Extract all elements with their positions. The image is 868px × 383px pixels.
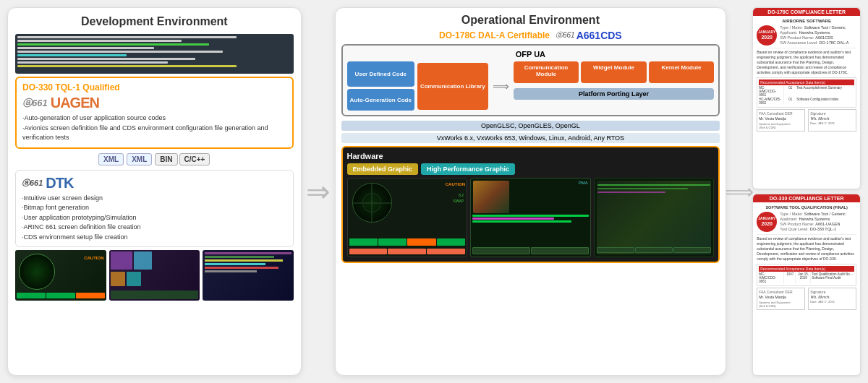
dtk-screen-radar: CAUTION [15, 250, 106, 301]
bin-badge: BIN [155, 153, 177, 165]
dev-env-panel: Development Environment DO-330 TQL-1 Qua… [7, 7, 302, 376]
auto-gen-module: Auto-Generation Code [347, 89, 414, 111]
do178c-label: DO-178C DAL-A Certifiable [439, 30, 550, 40]
dtk-description: ·Intuitive user screen design ·Bitmap fo… [22, 194, 287, 243]
doc2-product-label: SW Product Name: [780, 222, 814, 226]
doc1-body-text: Based on review of compliance evidence a… [757, 48, 856, 75]
dtk-screen-grid [203, 250, 294, 301]
dtk-screen-colorful [109, 250, 200, 301]
doc2-signature-row: FAA Consultant DER Mr. Vesta Mardja Syst… [757, 288, 856, 310]
platform-layer: Platform Porting Layer [514, 88, 715, 100]
doc2-tql-value: DO-330 TQL-1 [810, 227, 836, 231]
doc1-signature-row: FAA Consultant DER Mr. Vesta Mardja Syst… [757, 109, 856, 132]
do330-title: DO-330 TQL-1 Qualified [22, 82, 286, 92]
dev-env-title: Development Environment [15, 15, 294, 28]
doc2-body-text: Based on review of compliance evidence a… [757, 234, 856, 262]
format-badges: XML XML BIN C/C++ [15, 153, 294, 165]
dtk-logo: ⓐ661 DTK [22, 175, 287, 192]
widget-module: Widget Module [581, 61, 647, 83]
high-performance-tab: High Performance Graphic [421, 163, 515, 175]
hw-screen-avionics: CAUTION 6.2 SWAP [347, 178, 468, 257]
dtk-screenshots: CAUTION [15, 250, 294, 301]
do178c-doc-subheader: AIRBORNE SOFTWARE [757, 19, 856, 23]
hw-screen-map [594, 178, 715, 257]
cds-label: A661CDS [576, 30, 622, 41]
do330-doc-subheader: SOFTWARE TOOL QUALIFICATION (FINAL) [757, 205, 856, 210]
doc1-type-label: Type / Make: [780, 25, 803, 30]
doc2-table: Recommended Acceptance Data Item(s) MC-A… [757, 264, 856, 286]
ofp-modules-row: User Defined Code Auto-Generation Code C… [347, 61, 715, 111]
ops-env-title: Operational Environment [341, 14, 720, 27]
doc1-type-value: Software Tool / Generic [804, 25, 846, 30]
xml-badge-1: XML [98, 153, 124, 165]
user-defined-module: User Defined Code [347, 61, 414, 87]
graphic-tabs: Embedded Graphic High Performance Graphi… [347, 163, 715, 175]
do330-box: DO-330 TQL-1 Qualified ⓐ661 UAGEN ·Auto-… [15, 77, 294, 149]
uagen-screenshot [15, 34, 294, 74]
doc1-applicant-value: Hanwha Systems [799, 30, 830, 35]
uagen-description: ·Auto-generation of user application sou… [22, 113, 286, 143]
a661-prefix: ⓐ661 [556, 30, 575, 40]
right-arrow-container: ⟹ [732, 7, 746, 376]
do330-year-badge: JANUARY 2020 [757, 212, 777, 232]
uagen-name: UAGEN [51, 95, 99, 111]
doc1-dal-value: DO-178C DAL-A [820, 40, 849, 45]
do178c-doc-header: DO-178C COMPLIANCE LETTER [753, 8, 860, 16]
do330-doc-header: DO-330 COMPLIANCE LETTER [753, 194, 860, 202]
do178c-year-badge: JANUARY 2020 [757, 25, 777, 46]
docs-panel: DO-178C COMPLIANCE LETTER AIRBORNE SOFTW… [752, 7, 861, 376]
ofp-title: OFP UA [347, 50, 715, 59]
doc2-sig-label: Signature [810, 290, 854, 294]
cpp-badge: C/C++ [179, 153, 210, 165]
doc1-product-label: SW Product Name: [780, 35, 814, 40]
doc2-type-value: Software Tool / Generic [804, 212, 846, 216]
arrow-container: ⇒ [307, 7, 329, 376]
doc1-table: Recommended Acceptance Data Item(s) MC-A… [757, 77, 856, 108]
dtk-prefix: ⓐ661 [22, 178, 43, 189]
doc2-applicant-label: Applicant: [780, 217, 797, 221]
vxworks-layer: VxWorks 6.x, VxWorks 653, Windows, Linux… [341, 133, 720, 143]
dtk-name: DTK [46, 175, 73, 192]
xml-badge-2: XML [127, 153, 152, 165]
doc1-applicant-label: Applicant: [780, 30, 797, 35]
doc2-product-value: A661-UAGEN [815, 222, 840, 226]
main-container: Development Environment DO-330 TQL-1 Qua… [0, 0, 868, 383]
uagen-logo: ⓐ661 UAGEN [22, 95, 286, 111]
right-arrow-icon: ⟹ [725, 180, 754, 204]
big-arrow-icon: ⇒ [306, 175, 331, 208]
doc1-product-value: A661CDS [815, 35, 833, 40]
doc2-type-label: Type / Make: [780, 212, 803, 216]
comm-module: Communication Module [514, 61, 579, 83]
hardware-screens: CAUTION 6.2 SWAP [347, 178, 715, 257]
ofp-box: OFP UA User Defined Code Auto-Generation… [341, 44, 720, 116]
hardware-title: Hardware [347, 152, 715, 160]
embedded-graphic-tab: Embedded Graphic [347, 163, 419, 175]
comm-library-module: Communication Library [417, 63, 488, 110]
hw-screen-terrain: PMA [470, 178, 591, 257]
doc2-faa-label: FAA Consultant DER [759, 290, 803, 294]
dtk-box: ⓐ661 DTK ·Intuitive user screen design ·… [15, 170, 294, 248]
kernel-module: Kernel Module [649, 61, 715, 83]
do178c-doc: DO-178C COMPLIANCE LETTER AIRBORNE SOFTW… [752, 7, 861, 189]
uagen-prefix: ⓐ661 [22, 97, 48, 110]
ops-env-panel: Operational Environment DO-178C DAL-A Ce… [335, 7, 727, 376]
arrow-mid-icon: ⟹ [491, 61, 511, 111]
doc2-tql-label: Tool Qual Level: [780, 227, 808, 231]
opengl-layer: OpenGLSC, OpenGLES, OpenGL [341, 121, 720, 131]
doc1-dal-label: SW Assurance Level: [780, 40, 817, 45]
hardware-box: Hardware Embedded Graphic High Performan… [341, 146, 720, 263]
do330-doc: DO-330 COMPLIANCE LETTER SOFTWARE TOOL Q… [752, 194, 861, 376]
doc2-applicant-value: Hanwha Systems [799, 217, 830, 221]
